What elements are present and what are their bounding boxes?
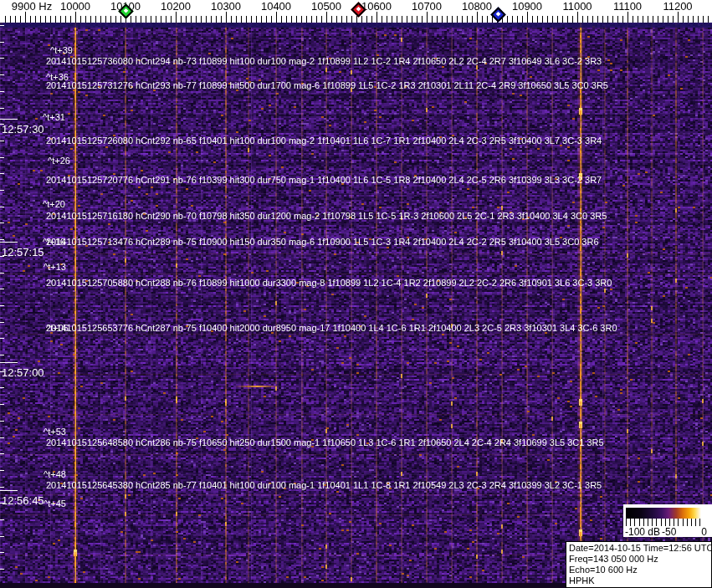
ruler-minor-tick: [472, 16, 473, 23]
colorbar-min-label: -100 dB: [625, 526, 660, 538]
ruler-minor-tick: [65, 16, 66, 23]
ruler-minor-tick: [311, 16, 312, 23]
time-minor-tick: [0, 141, 4, 141]
ruler-minor-tick: [673, 16, 674, 23]
ruler-minor-tick: [457, 16, 458, 23]
ruler-major-tick: [427, 12, 428, 23]
colorbar-tick: [699, 519, 700, 526]
colorbar-tick: [630, 519, 631, 526]
ruler-minor-tick: [115, 16, 116, 23]
ruler-minor-tick: [547, 16, 548, 23]
ruler-minor-tick: [90, 16, 91, 23]
freq-label: 11100: [613, 0, 642, 13]
ruler-minor-tick: [211, 16, 212, 23]
event-data-line: 20141015125653776 hCnt287 nb-75 f10400 h…: [46, 323, 617, 333]
time-minor-tick: [0, 256, 4, 257]
time-minor-tick: [0, 453, 4, 454]
colorbar-gradient: [626, 508, 701, 519]
colorbar-tick: [634, 519, 635, 526]
ruler-minor-tick: [306, 16, 307, 23]
ruler-minor-tick: [648, 16, 648, 23]
freq-label: 10200: [161, 0, 191, 13]
event-data-line: 20141015125731276 hCnt293 nb-77 f10899 h…: [46, 80, 608, 90]
ruler-minor-tick: [206, 16, 207, 23]
info-station-line: HPHK: [569, 575, 711, 586]
ruler-minor-tick: [131, 16, 131, 23]
colorbar-tick: [652, 519, 653, 526]
time-label: 12:57:00: [2, 366, 44, 379]
ruler-minor-tick: [622, 16, 623, 23]
ruler-minor-tick: [552, 16, 553, 23]
ruler-minor-tick: [171, 16, 172, 23]
time-minor-tick: [0, 289, 4, 289]
ruler-minor-tick: [166, 16, 166, 23]
ruler-minor-tick: [407, 16, 407, 23]
spectrogram-overlay: 12:57:3012:57:1512:57:0012:56:45^t+39201…: [0, 0, 712, 588]
ruler-minor-tick: [562, 16, 563, 23]
ruler-minor-tick: [658, 16, 658, 23]
colorbar-tick: [665, 519, 666, 526]
ruler-major-tick: [25, 12, 26, 23]
ruler-minor-tick: [597, 16, 598, 23]
colorbar-tick: [648, 519, 648, 526]
time-minor-tick: [0, 222, 4, 223]
ruler-major-tick: [326, 12, 327, 23]
marker-center-dot: [124, 8, 129, 13]
time-label: 12:56:45: [2, 494, 44, 507]
ruler-major-tick: [176, 12, 177, 23]
ruler-minor-tick: [382, 16, 382, 23]
time-major-tick: [0, 242, 18, 243]
ruler-minor-tick: [532, 16, 533, 23]
colorbar-tick: [661, 519, 662, 526]
ruler-minor-tick: [201, 16, 202, 23]
ruler-minor-tick: [482, 16, 483, 23]
time-minor-tick: [0, 371, 4, 372]
time-minor-tick: [0, 487, 4, 488]
marker-center-dot: [496, 12, 501, 17]
time-minor-tick: [0, 437, 4, 438]
ruler-minor-tick: [70, 16, 71, 23]
ruler-minor-tick: [487, 16, 488, 23]
info-echo-line: Echo=10 600 Hz: [569, 565, 711, 575]
ruler-minor-tick: [698, 16, 699, 23]
ruler-minor-tick: [617, 16, 618, 23]
colorbar-tick: [687, 519, 688, 526]
ruler-minor-tick: [100, 16, 101, 23]
time-minor-tick: [0, 42, 4, 43]
time-minor-tick: [0, 157, 4, 158]
event-data-line: 20141015125645380 hCnt285 nb-77 f10401 h…: [46, 480, 602, 490]
ruler-minor-tick: [156, 16, 156, 23]
event-time-marker: ^t+13: [44, 262, 66, 272]
colorbar-mid-label: -50: [662, 526, 676, 538]
ruler-minor-tick: [246, 16, 247, 23]
ruler-minor-tick: [346, 16, 347, 23]
ruler-minor-tick: [110, 16, 111, 23]
ruler-minor-tick: [261, 16, 262, 23]
colorbar-tick: [669, 519, 670, 526]
time-minor-tick: [0, 25, 4, 26]
ruler-minor-tick: [141, 16, 141, 23]
time-minor-tick: [0, 569, 4, 570]
event-time-marker: ^t+31: [43, 112, 65, 122]
ruler-minor-tick: [80, 16, 81, 23]
time-minor-tick: [0, 239, 4, 240]
ruler-minor-tick: [266, 16, 267, 23]
ruler-minor-tick: [251, 16, 252, 23]
ruler-major-tick: [477, 12, 478, 23]
ruler-minor-tick: [392, 16, 392, 23]
ruler-minor-tick: [512, 16, 513, 23]
freq-label: 11200: [663, 0, 692, 13]
time-minor-tick: [0, 305, 4, 306]
ruler-minor-tick: [653, 16, 653, 23]
time-major-tick: [0, 119, 18, 120]
event-data-line: 20141015125713476 hCnt289 nb-75 f10900 h…: [46, 237, 599, 247]
ruler-minor-tick: [432, 16, 433, 23]
ruler-minor-tick: [186, 16, 187, 23]
colorbar-max-label: 0: [701, 526, 707, 538]
event-data-line: 20141015125720776 hCnt291 nb-76 f10399 h…: [46, 175, 602, 185]
ruler-minor-tick: [336, 16, 337, 23]
ruler-minor-tick: [422, 16, 423, 23]
ruler-minor-tick: [105, 16, 106, 23]
time-minor-tick: [0, 322, 4, 323]
ruler-minor-tick: [517, 16, 518, 23]
